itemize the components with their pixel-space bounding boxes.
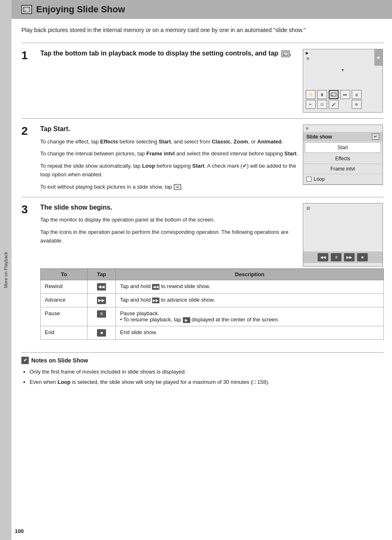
cam-icon-1[interactable]: ⚡ (306, 90, 316, 99)
cam-icon-6[interactable]: ✏ (306, 100, 316, 109)
cam-icon-2[interactable]: 🗑 (317, 90, 327, 99)
header-icon (21, 5, 32, 14)
desc-play-icon: ▶ (183, 317, 190, 323)
cam-icon-7[interactable]: ☑ (317, 100, 327, 109)
notes-check-icon: ✔ (21, 357, 29, 364)
back-icon[interactable]: ↩ (372, 134, 379, 140)
row-to-advance: Advance (41, 293, 88, 307)
step-2-body: To change the effect, tap Effects before… (40, 137, 302, 191)
step-3-image: ⊟ ◀◀ ⏸ ▶▶ ■ (302, 203, 384, 267)
desc-advance-icon: ▶▶ (152, 298, 159, 303)
step-2-heading: Tap Start. (40, 125, 302, 134)
page-title: Enjoying Slide Show (36, 4, 125, 15)
row-tap-pause: ⏸ (88, 307, 116, 326)
slide-menu-header: Slide show ↩ (303, 132, 383, 141)
icon-row-1: ⚡ 🗑 ●● 🖨 (306, 90, 362, 99)
step-1: 1 Tap the bottom tab in playback mode to… (21, 43, 384, 118)
row-desc-advance: Tap and hold ▶▶ to advance slide show. (116, 293, 384, 307)
step-1-image: ▶ ⊟ ★ ▼ ⚡ 🗑 ●● 🖨 (302, 49, 384, 113)
svg-rect-3 (283, 52, 288, 55)
pause-btn[interactable]: ⏸ (331, 253, 341, 261)
notes-section: ✔ Notes on Slide Show Only the first fra… (21, 352, 384, 387)
table-header-tap: Tap (88, 268, 116, 280)
cam-icon-slideshow[interactable] (329, 90, 339, 99)
camera-mockup-3: ⊟ ◀◀ ⏸ ▶▶ ■ (303, 203, 383, 267)
table-header-to: To (41, 268, 88, 280)
star-button[interactable]: ★ (374, 49, 383, 66)
advance-btn[interactable]: ▶▶ (344, 253, 355, 261)
table-row: Pause ⏸ Pause playback. • To resume play… (41, 307, 384, 326)
step-3-heading: The slide show begins. (40, 203, 302, 212)
table-row: Advance ▶▶ Tap and hold ▶▶ to advance sl… (41, 293, 384, 307)
row-to-rewind: Rewind (41, 280, 88, 293)
end-btn[interactable]: ■ (357, 253, 368, 261)
note-item: Only the first frame of movies included … (30, 367, 384, 376)
rewind-icon: ◀◀ (97, 283, 106, 291)
row-desc-end: End slide show. (116, 326, 384, 339)
operations-table: To Tap Description Rewind ◀◀ Tap and hol… (40, 268, 384, 340)
notes-header: ✔ Notes on Slide Show (21, 357, 384, 364)
sidebar: More on Playback (0, 0, 12, 540)
table-row: End ■ End slide show. (41, 326, 384, 339)
cam-icon-10[interactable]: ⚙ (352, 100, 362, 109)
camera-mockup-2: ⊟ Slide show ↩ Start Effects Frame intvl (303, 125, 383, 185)
row-desc-rewind: Tap and hold ◀◀ to rewind slide show. (116, 280, 384, 293)
icon-row-2: ✏ ☑ 🎤 ⚙ (306, 100, 362, 109)
step-3-body: Tap the monitor to display the operation… (40, 215, 302, 245)
cam-icon-9[interactable] (340, 100, 350, 109)
step-2-image: ⊟ Slide show ↩ Start Effects Frame intvl (302, 125, 384, 191)
row-tap-advance: ▶▶ (88, 293, 116, 307)
step1-slideshow-icon (281, 51, 290, 57)
menu-item-start[interactable]: Start (305, 142, 381, 153)
step-3-number: 3 (21, 203, 34, 340)
loop-checkbox[interactable] (307, 177, 311, 182)
row-to-pause: Pause (41, 307, 88, 326)
svg-rect-5 (331, 93, 336, 96)
camera-mockup-1: ▶ ⊟ ★ ▼ ⚡ 🗑 ●● 🖨 (303, 49, 383, 113)
desc-rewind-icon: ◀◀ (152, 284, 159, 290)
slide-menu: Slide show ↩ Start Effects Frame intvl L… (303, 132, 383, 185)
menu-item-effects[interactable]: Effects (303, 154, 383, 164)
playback-icon: ⊟ (307, 206, 310, 210)
step-1-heading: Tap the bottom tab in playback mode to d… (40, 49, 302, 58)
notes-list: Only the first frame of movies included … (21, 367, 384, 387)
step-3: 3 The slide show begins. Tap the monitor… (21, 197, 384, 346)
menu-item-loop[interactable]: Loop (303, 174, 383, 185)
cam-icon-8[interactable]: 🎤 (329, 100, 339, 109)
page-header: Enjoying Slide Show (12, 0, 392, 19)
step-1-number: 1 (21, 49, 34, 113)
row-tap-rewind: ◀◀ (88, 280, 116, 293)
pause-icon: ⏸ (97, 310, 106, 318)
row-to-end: End (41, 326, 88, 339)
sidebar-label: More on Playback (3, 252, 8, 288)
advance-icon: ▶▶ (97, 297, 106, 304)
rewind-btn[interactable]: ◀◀ (318, 253, 328, 261)
table-row: Rewind ◀◀ Tap and hold ◀◀ to rewind slid… (41, 280, 384, 293)
step-2: 2 Tap Start. To change the effect, tap E… (21, 118, 384, 197)
dropdown-arrow: ▼ (341, 68, 345, 72)
page-number: 100 (15, 528, 24, 534)
cam-icon-4[interactable]: ●● (340, 90, 350, 99)
table-header-desc: Description (116, 268, 384, 280)
exit-icon: ↩ (174, 184, 181, 190)
menu-item-frame-intvl[interactable]: Frame intvl (303, 164, 383, 174)
row-tap-end: ■ (88, 326, 116, 339)
cam-icon-5[interactable]: 🖨 (352, 90, 362, 99)
svg-rect-1 (24, 8, 29, 10)
note-item: Even when Loop is selected, the slide sh… (30, 378, 384, 386)
notes-title: Notes on Slide Show (31, 357, 88, 364)
control-bar: ◀◀ ⏸ ▶▶ ■ (303, 252, 383, 263)
step-2-number: 2 (21, 125, 34, 191)
end-icon: ■ (97, 329, 106, 337)
row-desc-pause: Pause playback. • To resume playback, ta… (116, 307, 384, 326)
intro-text: Play back pictures stored in the interna… (21, 25, 384, 35)
